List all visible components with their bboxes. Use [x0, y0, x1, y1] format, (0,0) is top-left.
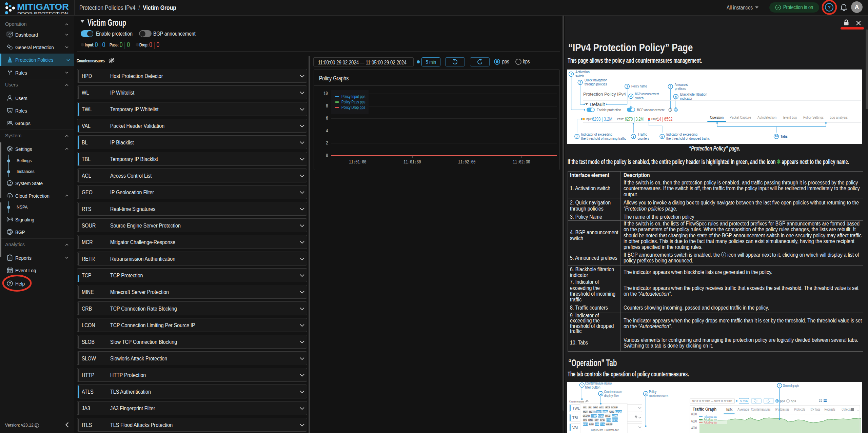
svg-text:TCP: TCP	[597, 411, 601, 413]
svg-text:Blackhole filtration: Blackhole filtration	[680, 92, 707, 96]
svg-text:4000: 4000	[691, 426, 697, 430]
svg-text:Collector: Collector	[842, 407, 852, 411]
svg-text:Activation: Activation	[575, 70, 590, 74]
svg-text:VAI: VAI	[572, 426, 578, 430]
svg-text:Countermeasure: Countermeasure	[604, 390, 622, 394]
svg-text:SPLI: SPLI	[600, 419, 605, 421]
svg-text:Autodetection: Autodetection	[757, 115, 776, 119]
svg-text:Protection Policy IPv4: Protection Policy IPv4	[583, 92, 626, 97]
svg-text:6000: 6000	[691, 419, 697, 423]
svg-text:counters: counters	[638, 136, 649, 140]
svg-text:the threshold of dropped traff: the threshold of dropped traffic	[666, 136, 710, 140]
svg-text:6293 | 3.2M: 6293 | 3.2M	[592, 116, 612, 122]
svg-text:switch: switch	[575, 74, 584, 78]
svg-text:1: 1	[581, 383, 583, 387]
svg-text:Policy Settings: Policy Settings	[803, 115, 824, 119]
svg-text:SLOW: SLOW	[583, 415, 590, 417]
svg-text:WC: WC	[583, 419, 587, 421]
svg-text:TBL: TBL	[572, 416, 579, 420]
svg-text:ACL: ACL	[599, 406, 604, 409]
svg-text:TCP flags: TCP flags	[809, 407, 820, 411]
svg-text:through policies: through policies	[585, 82, 607, 86]
svg-text:Countermeasures: Countermeasures	[569, 400, 584, 403]
svg-text:1: 1	[570, 73, 572, 76]
svg-text:Enable protection: Enable protection	[597, 108, 621, 112]
svg-text:HTTP: HTTP	[591, 415, 597, 417]
svg-text:Traffic: Traffic	[726, 407, 733, 411]
svg-text:GAME: GAME	[611, 415, 618, 417]
svg-text:5: 5	[670, 85, 671, 88]
svg-text:Countermeasures: Countermeasures	[751, 407, 770, 411]
svg-text:Quick navigation: Quick navigation	[585, 78, 607, 82]
svg-text:BPF: BPF	[589, 423, 594, 426]
svg-text:BGP announcement: BGP announcement	[637, 108, 665, 112]
svg-text:Indicator of exceeding: Indicator of exceeding	[666, 132, 697, 136]
svg-text:TWL: TWL	[572, 406, 580, 410]
svg-text:Requests: Requests	[825, 407, 835, 411]
svg-text:DDOS PROTECTION: DDOS PROTECTION	[17, 11, 68, 15]
svg-text:Traffic Graph: Traffic Graph	[693, 407, 716, 412]
svg-text:9: 9	[661, 135, 663, 138]
svg-text:bps: bps	[791, 399, 796, 403]
svg-text:6279 | 3.2M: 6279 | 3.2M	[625, 116, 644, 122]
svg-text:Policy: Policy	[649, 390, 656, 394]
svg-text:ITLS: ITLS	[605, 415, 610, 417]
svg-text:7: 7	[576, 135, 578, 138]
svg-text:Countermeasure display: Countermeasure display	[585, 382, 612, 385]
svg-text:Operation: Operation	[710, 115, 724, 119]
svg-text:LIM: LIM	[595, 423, 599, 426]
svg-text:filter button: filter button	[585, 385, 600, 389]
svg-text:BGP announcement: BGP announcement	[635, 92, 659, 96]
svg-text:display filter: display filter	[604, 394, 619, 398]
svg-text:2: 2	[579, 81, 581, 84]
svg-text:3: 3	[626, 85, 628, 88]
svg-text:Pass:: Pass:	[617, 117, 624, 121]
svg-text:RTS: RTS	[606, 406, 610, 409]
svg-text:Policy name: Policy name	[631, 84, 647, 88]
svg-text:SIP: SIP	[595, 419, 599, 421]
svg-text:BL: BL	[589, 406, 592, 409]
svg-text:pps: pps	[780, 399, 785, 403]
svg-text:FRB: FRB	[606, 419, 611, 421]
svg-text:Announced: Announced	[675, 82, 688, 86]
svg-text:4: 4	[779, 384, 781, 387]
svg-text:Indicator of exceeding: Indicator of exceeding	[581, 132, 612, 136]
svg-text:Traffic: Traffic	[638, 132, 647, 136]
svg-text:Event Log: Event Log	[783, 115, 797, 119]
svg-text:3: 3	[645, 392, 647, 395]
svg-text:8: 8	[633, 135, 634, 138]
svg-text:Скрыть все: Скрыть все	[591, 428, 603, 432]
svg-text:switch: switch	[635, 96, 644, 100]
svg-text:prefixes: prefixes	[675, 86, 686, 91]
svg-text:14 | 6592: 14 | 6592	[657, 116, 673, 122]
svg-text:MITIGATOR: MITIGATOR	[17, 2, 69, 12]
svg-text:4: 4	[630, 95, 632, 98]
svg-text:RETR: RETR	[589, 411, 595, 413]
svg-text:REX: REX	[583, 423, 588, 426]
svg-text:WAFR: WAFR	[606, 423, 613, 426]
svg-text:Packet Capture: Packet Capture	[730, 115, 751, 119]
svg-text:MINE: MINE	[603, 411, 609, 413]
svg-text:Protocols: Protocols	[794, 407, 805, 411]
svg-text:Policy Drop pps: Policy Drop pps	[704, 421, 717, 424]
svg-text:Average: Average	[737, 407, 749, 411]
svg-text:IP addresses: IP addresses	[775, 407, 789, 411]
svg-text:6: 6	[675, 95, 677, 98]
svg-text:10: 10	[775, 135, 778, 138]
svg-text:Tabs: Tabs	[781, 134, 788, 138]
svg-text:Input:: Input:	[586, 117, 592, 121]
svg-text:LCON: LCON	[615, 411, 622, 413]
svg-text:2: 2	[600, 392, 602, 395]
svg-text:8000: 8000	[691, 412, 697, 416]
svg-text:the threshold of incoming traf: the threshold of incoming traffic	[581, 136, 626, 140]
svg-text:i: i	[670, 109, 671, 112]
svg-text:TUN: TUN	[600, 423, 605, 426]
svg-text:countermeasures: countermeasures	[649, 394, 668, 398]
svg-text:indicator: indicator	[680, 96, 692, 100]
svg-text:CRB: CRB	[609, 411, 614, 413]
svg-text:Показать все: Показать все	[605, 428, 619, 432]
svg-text:Default: Default	[590, 101, 605, 107]
svg-text:WL: WL	[583, 406, 587, 409]
svg-text:SOUR: SOUR	[611, 406, 618, 409]
svg-text:Log analysis: Log analysis	[830, 115, 848, 119]
